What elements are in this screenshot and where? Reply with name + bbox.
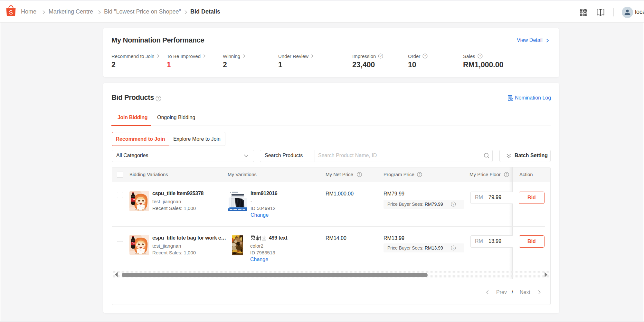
svg-text:?: ? [506,173,507,176]
svg-text:?: ? [380,54,382,58]
svg-text:?: ? [358,173,360,176]
svg-text:?: ? [419,173,421,176]
svg-text:?: ? [452,246,454,250]
svg-text:?: ? [479,54,481,58]
svg-text:S: S [9,9,13,16]
svg-text:?: ? [157,97,159,100]
svg-text:?: ? [424,54,426,58]
svg-text:?: ? [452,203,454,206]
